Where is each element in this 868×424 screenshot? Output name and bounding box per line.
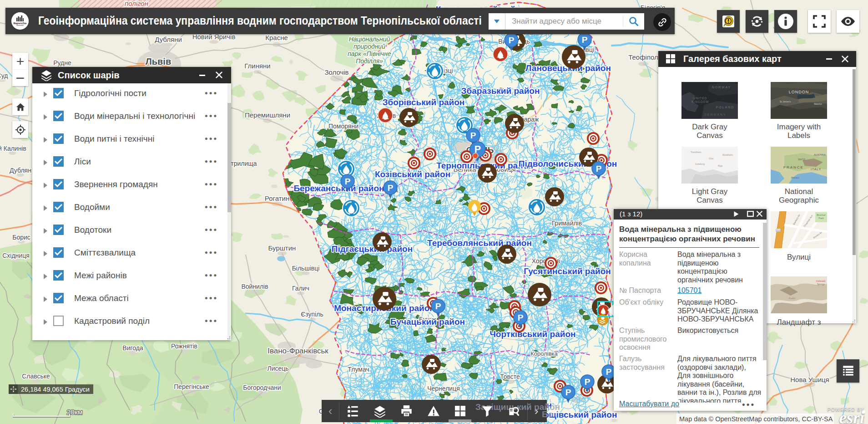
svg-text:Богородчани: Богородчани — [243, 384, 281, 391]
svg-text:Славське: Славське — [22, 373, 50, 380]
svg-text:природний: природний — [353, 43, 385, 50]
svg-text:Королівка: Королівка — [530, 350, 558, 357]
svg-text:MagneticOne: MagneticOne — [14, 22, 27, 25]
svg-text:Золочів: Золочів — [324, 68, 348, 76]
svg-text:P: P — [470, 131, 476, 140]
svg-text:FRANCE: FRANCE — [783, 165, 804, 169]
svg-text:P: P — [509, 36, 515, 45]
svg-text:Stockholm: Stockholm — [722, 153, 733, 156]
svg-text:P: P — [585, 377, 590, 387]
svg-text:ITALY: ITALY — [811, 168, 821, 171]
svg-text:полігон: полігон — [125, 0, 148, 7]
svg-text:Нова Ушиця: Нова Ушиця — [790, 376, 829, 383]
svg-text:Єзупіль: Єзупіль — [301, 311, 323, 318]
svg-text:Поморяни: Поморяни — [328, 123, 358, 130]
svg-text:Суд: Суд — [0, 72, 8, 79]
svg-text:AUSTRIA: AUSTRIA — [814, 153, 826, 156]
svg-text:Теофіпол: Теофіпол — [628, 53, 658, 61]
svg-text:Глиняни: Глиняни — [244, 62, 270, 70]
svg-text:Галич: Галич — [292, 285, 309, 292]
svg-text:Бучацький район: Бучацький район — [390, 317, 465, 327]
svg-text:Monaco: Monaco — [791, 176, 799, 179]
svg-text:Дубляни: Дубляни — [155, 36, 182, 43]
svg-text:Бурштин: Бурштин — [268, 244, 296, 252]
svg-text:Oslo: Oslo — [709, 157, 714, 160]
svg-text:Войнилів: Войнилів — [241, 283, 268, 290]
svg-text:Перегінське: Перегінське — [174, 383, 209, 390]
svg-text:Гримайлів: Гримайлів — [552, 220, 582, 227]
svg-text:P: P — [345, 177, 351, 186]
svg-text:Чортківський район: Чортківський район — [490, 329, 576, 339]
svg-text:Trondheim: Trondheim — [691, 151, 701, 153]
svg-text:Riga: Riga — [718, 164, 723, 167]
svg-text:Рожнятів: Рожнятів — [171, 342, 197, 350]
svg-text:GERMANY: GERMANY — [704, 113, 726, 116]
svg-text:Зборівський район: Зборівський район — [383, 97, 465, 107]
svg-text:Brenner: Brenner — [817, 214, 826, 216]
svg-text:LONDON: LONDON — [789, 90, 809, 94]
svg-text:SWITZ.: SWITZ. — [798, 158, 806, 161]
svg-text:Springs: Springs — [817, 283, 825, 286]
svg-text:Гусятинський район: Гусятинський район — [524, 266, 611, 276]
svg-text:P: P — [435, 301, 441, 311]
svg-text:Івано-Франківськ: Івано-Франківськ — [267, 347, 328, 355]
svg-text:Національний: Національний — [349, 36, 390, 43]
svg-text:POLAND: POLAND — [716, 106, 735, 109]
svg-text:Вигода: Вигода — [122, 344, 143, 352]
svg-text:NORWAY: NORWAY — [712, 86, 732, 89]
svg-text:Тлумач: Тлумач — [348, 366, 369, 373]
svg-text:Товсте: Товсте — [500, 373, 520, 380]
svg-text:210: 210 — [777, 229, 781, 232]
svg-text:Збаразький район: Збаразький район — [461, 86, 540, 96]
svg-text:Чернелиця: Чернелиця — [427, 385, 460, 392]
svg-text:P: P — [388, 183, 394, 193]
svg-text:P: P — [582, 35, 588, 45]
svg-text:Теребовлянський район: Теребовлянський район — [427, 238, 532, 248]
svg-text:Борис: Борис — [12, 234, 30, 241]
svg-text:Рудне: Рудне — [53, 59, 71, 66]
svg-text:Козівський район: Козівський район — [375, 169, 450, 179]
svg-text:Перемишляни: Перемишляни — [245, 111, 290, 119]
svg-text:UNITED: UNITED — [693, 97, 707, 100]
svg-text:Pueblo: Pueblo — [789, 297, 796, 300]
svg-text:Східниця: Східниця — [2, 252, 30, 259]
svg-text:Рогатин: Рогатин — [265, 194, 289, 202]
svg-text:Лисець: Лисець — [267, 365, 288, 372]
svg-text:Більшівці: Більшівці — [292, 265, 320, 272]
svg-text:парк «Північне: парк «Північне — [348, 50, 391, 57]
svg-text:P: P — [606, 367, 612, 377]
svg-text:Park: Park — [818, 217, 824, 220]
svg-text:P: P — [518, 313, 524, 322]
svg-text:трилища: трилища — [231, 160, 257, 167]
svg-text:St James's: St James's — [780, 100, 791, 103]
svg-text:Підгаєцький район: Підгаєцький район — [332, 244, 413, 254]
svg-text:Львів: Львів — [146, 56, 171, 66]
svg-text:KINGDOM: KINGDOM — [691, 100, 709, 103]
svg-text:й Калинів: й Калинів — [0, 145, 26, 152]
svg-text:Красне: Красне — [265, 34, 288, 41]
svg-text:P: P — [565, 388, 571, 397]
svg-text:Дублян: Дублян — [10, 167, 31, 174]
svg-text:Colorado: Colorado — [816, 280, 826, 282]
svg-text:P: P — [596, 164, 602, 174]
svg-text:Waterloo: Waterloo — [814, 103, 822, 105]
svg-text:Бережанський район: Бережанський район — [293, 184, 384, 193]
svg-text:Goteborg: Goteborg — [695, 163, 705, 165]
svg-text:Поділля»: Поділля» — [356, 57, 383, 65]
